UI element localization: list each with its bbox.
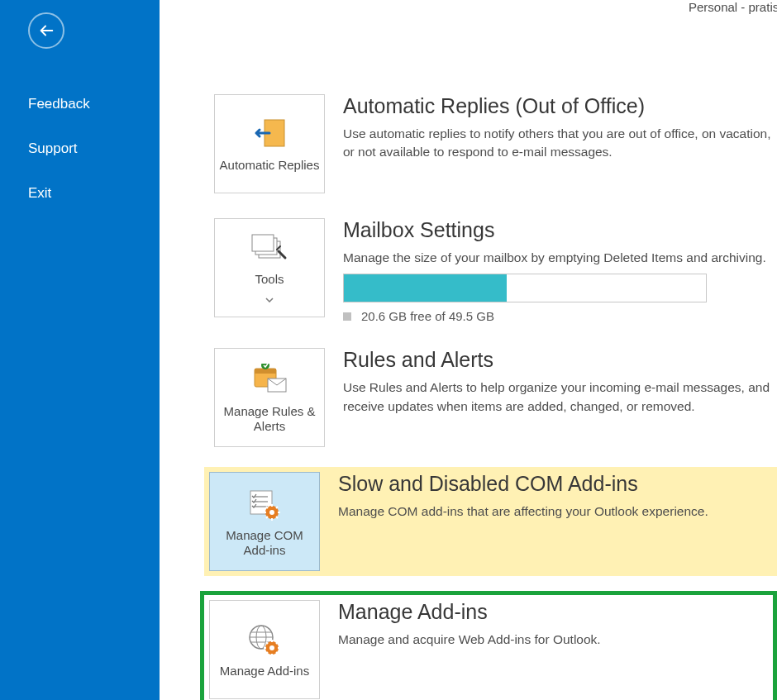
section-title: Rules and Alerts xyxy=(343,348,772,372)
svg-point-28 xyxy=(269,645,274,650)
mailbox-storage: 20.6 GB free of 49.5 GB xyxy=(343,274,772,323)
tile-manage-rules-alerts[interactable]: Manage Rules & Alerts xyxy=(214,348,325,447)
tile-label: Manage Add-ins xyxy=(220,664,309,679)
manage-addins-icon xyxy=(247,621,282,659)
app-root: Feedback Support Exit Personal - pratish… xyxy=(0,0,777,700)
section-desc: Manage and acquire Web Add-ins for Outlo… xyxy=(338,631,768,649)
tile-label: Tools xyxy=(255,272,284,288)
sidebar-backstage: Feedback Support Exit xyxy=(0,0,160,700)
svg-line-21 xyxy=(266,517,268,518)
main-pane: Personal - pratisha@2change.microso Auto… xyxy=(160,0,777,700)
section-automatic-replies: Automatic Replies Automatic Replies (Out… xyxy=(209,89,777,198)
svg-line-20 xyxy=(276,507,278,508)
tile-label: Manage COM Add-ins xyxy=(213,528,316,560)
back-button[interactable] xyxy=(28,12,64,49)
storage-progress-bar xyxy=(343,274,707,302)
section-desc: Use automatic replies to notify others t… xyxy=(343,125,772,162)
section-title: Manage Add-ins xyxy=(338,600,768,624)
svg-line-36 xyxy=(266,652,268,654)
sidebar-item-feedback[interactable]: Feedback xyxy=(28,82,160,126)
chevron-down-icon xyxy=(265,291,274,307)
svg-line-18 xyxy=(266,507,268,508)
tile-automatic-replies[interactable]: Automatic Replies xyxy=(214,94,325,193)
section-com-addins: Manage COM Add-ins Slow and Disabled COM… xyxy=(204,467,777,576)
svg-line-35 xyxy=(276,642,278,644)
automatic-replies-icon xyxy=(251,115,288,153)
section-title: Slow and Disabled COM Add-ins xyxy=(338,472,777,496)
svg-line-33 xyxy=(266,642,268,644)
section-title: Automatic Replies (Out of Office) xyxy=(343,94,772,118)
arrow-left-icon xyxy=(37,21,55,40)
storage-text: 20.6 GB free of 49.5 GB xyxy=(361,309,494,323)
tools-icon xyxy=(250,229,288,267)
sidebar-item-support[interactable]: Support xyxy=(28,126,160,171)
com-addins-icon xyxy=(247,485,282,523)
account-sections: Automatic Replies Automatic Replies (Out… xyxy=(209,89,777,700)
svg-rect-3 xyxy=(252,235,274,251)
rules-alerts-icon xyxy=(250,361,289,399)
tile-tools[interactable]: Tools xyxy=(214,218,325,317)
section-desc: Manage COM add-ins that are affecting yo… xyxy=(338,502,777,521)
tile-label: Automatic Replies xyxy=(220,158,320,174)
section-title: Mailbox Settings xyxy=(343,218,772,242)
storage-progress-fill xyxy=(344,274,507,302)
sidebar-item-exit[interactable]: Exit xyxy=(28,171,160,216)
tile-manage-addins[interactable]: Manage Add-ins xyxy=(209,600,320,699)
svg-line-19 xyxy=(276,517,278,518)
section-mailbox-settings: Tools Mailbox Settings Manage the size o… xyxy=(209,213,777,328)
tile-manage-com-addins[interactable]: Manage COM Add-ins xyxy=(209,472,320,571)
tile-label: Manage Rules & Alerts xyxy=(218,404,321,436)
sidebar-nav: Feedback Support Exit xyxy=(0,82,160,216)
section-rules-alerts: Manage Rules & Alerts Rules and Alerts U… xyxy=(209,343,777,452)
account-identity-text: Personal - pratisha@2change.microso xyxy=(689,0,777,14)
legend-square-icon xyxy=(343,312,351,321)
storage-legend: 20.6 GB free of 49.5 GB xyxy=(343,309,772,323)
svg-line-34 xyxy=(276,652,278,654)
section-manage-addins: Manage Add-ins Manage Add-ins Manage and… xyxy=(200,591,777,700)
section-desc: Use Rules and Alerts to help organize yo… xyxy=(343,379,772,416)
section-desc: Manage the size of your mailbox by empty… xyxy=(343,249,772,267)
svg-point-13 xyxy=(269,510,274,515)
